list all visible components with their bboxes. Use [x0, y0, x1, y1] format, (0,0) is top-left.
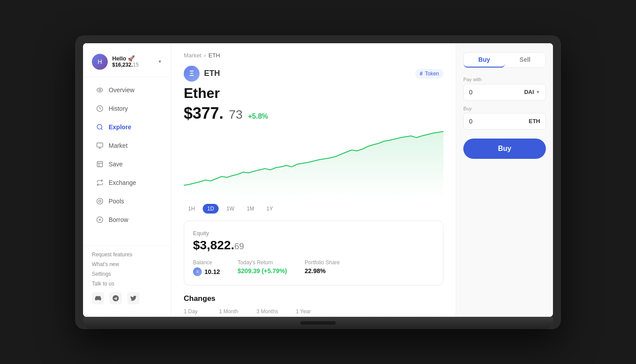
change-1month: 1 Month -13.5%	[219, 308, 238, 317]
main-content: Market › ETH Ξ ETH # Token Ether $377.73…	[171, 43, 456, 317]
exchange-icon	[95, 178, 104, 187]
sidebar-item-label: Market	[109, 142, 128, 149]
settings-link[interactable]: Settings	[92, 271, 162, 277]
token-header: Ξ ETH # Token	[184, 66, 443, 82]
equity-stats: Balance Ξ 10.12 Today's Return $209.39 (…	[193, 259, 434, 276]
svg-point-2	[97, 124, 102, 129]
sidebar-item-overview[interactable]: Overview	[87, 81, 167, 99]
save-icon	[95, 160, 104, 169]
svg-line-3	[101, 128, 102, 130]
sidebar-item-pools[interactable]: Pools	[87, 192, 167, 210]
buy-group: Buy 0 ETH	[463, 106, 546, 130]
user-profile[interactable]: H Hello 🚀 $16,232.15 ▼	[83, 50, 171, 77]
sidebar: H Hello 🚀 $16,232.15 ▼ Overview	[83, 43, 171, 317]
buy-button[interactable]: Buy	[463, 139, 546, 159]
equity-label: Equity	[193, 230, 434, 236]
discord-icon[interactable]	[92, 292, 104, 304]
pay-with-currency[interactable]: DAI ▼	[524, 89, 540, 95]
change-3months: 3 Months +63.5%	[256, 308, 278, 317]
dropdown-arrow-icon: ▼	[158, 59, 162, 64]
sidebar-item-history[interactable]: History	[87, 100, 167, 117]
search-icon	[95, 123, 104, 131]
tab-sell[interactable]: Sell	[505, 53, 546, 68]
buy-value[interactable]: 0	[469, 118, 473, 125]
svg-rect-4	[97, 143, 102, 147]
changes-grid: 1 Day +5.8% 1 Month -13.5% 3 Months +63.…	[184, 308, 443, 317]
user-name: Hello 🚀	[112, 55, 158, 62]
buy-sell-tabs: Buy Sell	[463, 52, 546, 68]
whats-new-link[interactable]: What's new	[92, 261, 162, 267]
time-filter-1h[interactable]: 1H	[184, 204, 199, 214]
time-filters: 1H 1D 1W 1M 1Y	[184, 204, 443, 214]
clock-icon	[95, 104, 104, 113]
twitter-icon[interactable]	[127, 292, 140, 304]
stat-balance: Balance Ξ 10.12	[193, 259, 220, 276]
pay-with-value[interactable]: 0	[469, 89, 473, 96]
sidebar-footer: Request features What's new Settings Tal…	[83, 246, 171, 310]
svg-point-11	[98, 200, 101, 202]
svg-point-10	[97, 198, 102, 204]
equity-card: Equity $3,822.69 Balance Ξ 10.12 Today's…	[184, 221, 443, 285]
sidebar-item-exchange[interactable]: Exchange	[87, 174, 167, 191]
currency-dropdown-icon: ▼	[536, 90, 540, 94]
sidebar-item-market[interactable]: Market	[87, 137, 167, 154]
tab-buy[interactable]: Buy	[464, 53, 505, 68]
breadcrumb-separator: ›	[204, 52, 206, 59]
change-1year: 1 Year +99.4%	[296, 308, 317, 317]
sidebar-item-label: Exchange	[109, 179, 136, 186]
price-decimal: 73	[229, 108, 242, 122]
price-row: $377.73 +5.8%	[184, 104, 443, 123]
sidebar-item-label: History	[109, 105, 128, 112]
changes-title: Changes	[184, 294, 443, 303]
sidebar-item-label: Pools	[109, 198, 124, 205]
token-logo: Ξ	[184, 66, 200, 82]
price-main: $377.	[184, 104, 223, 123]
time-filter-1d[interactable]: 1D	[203, 204, 218, 214]
talk-to-us-link[interactable]: Talk to us	[92, 281, 162, 287]
svg-point-0	[99, 89, 101, 91]
breadcrumb-current: ETH	[208, 52, 220, 59]
eth-icon: Ξ	[193, 267, 202, 276]
market-icon	[95, 141, 104, 150]
sidebar-item-borrow[interactable]: Borrow	[87, 211, 167, 229]
avatar: H	[92, 54, 108, 70]
sidebar-item-label: Save	[109, 161, 123, 168]
changes-section: Changes 1 Day +5.8% 1 Month -13.5% 3 Mon…	[184, 294, 443, 317]
token-symbol: ETH	[204, 69, 220, 78]
breadcrumb-parent[interactable]: Market	[184, 52, 201, 59]
pay-with-group: Pay with 0 DAI ▼	[463, 77, 546, 101]
change-1day: 1 Day +5.8%	[184, 308, 201, 317]
user-balance: $16,232.15	[112, 62, 158, 68]
buy-input[interactable]: 0 ETH	[463, 113, 546, 130]
buy-label: Buy	[463, 106, 546, 111]
breadcrumb: Market › ETH	[184, 52, 443, 59]
sidebar-item-save[interactable]: Save	[87, 155, 167, 173]
time-filter-1m[interactable]: 1M	[242, 204, 259, 214]
social-icons	[92, 292, 162, 304]
time-filter-1y[interactable]: 1Y	[262, 204, 277, 214]
sidebar-item-label: Explore	[109, 124, 131, 131]
pay-with-label: Pay with	[463, 77, 546, 82]
time-filter-1w[interactable]: 1W	[222, 204, 239, 214]
request-features-link[interactable]: Request features	[92, 251, 162, 258]
price-change: +5.8%	[248, 113, 268, 120]
svg-rect-7	[97, 161, 102, 167]
token-badge[interactable]: # Token	[415, 69, 443, 79]
sidebar-item-label: Borrow	[109, 216, 128, 223]
token-full-name: Ether	[184, 85, 443, 101]
borrow-icon	[95, 215, 104, 224]
equity-value: $3,822.69	[193, 238, 434, 252]
eye-icon	[95, 86, 104, 94]
price-chart	[184, 128, 443, 199]
sidebar-item-explore[interactable]: Explore	[87, 118, 167, 136]
pools-icon	[95, 197, 104, 206]
buy-currency: ETH	[529, 118, 540, 124]
buy-panel: Buy Sell Pay with 0 DAI ▼ Buy 0	[456, 43, 553, 317]
stat-todays-return: Today's Return $209.39 (+5.79%)	[238, 259, 287, 276]
sidebar-item-label: Overview	[109, 86, 134, 94]
stat-portfolio-share: Portfolio Share 22.98%	[305, 259, 340, 276]
pay-with-input[interactable]: 0 DAI ▼	[463, 84, 546, 101]
telegram-icon[interactable]	[110, 292, 122, 304]
